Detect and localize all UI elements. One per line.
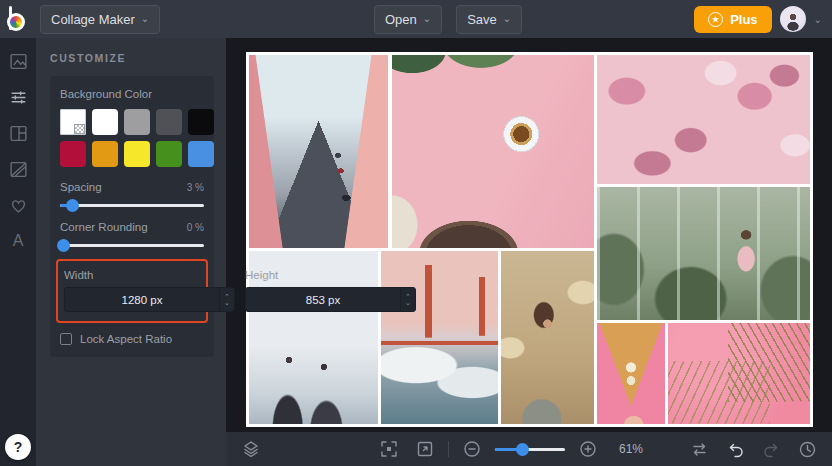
zoom-level-value: 61%: [619, 442, 651, 456]
step-down-icon[interactable]: ⌄: [405, 300, 411, 306]
corner-rounding-slider[interactable]: [60, 244, 204, 247]
zoom-out-button[interactable]: [459, 436, 485, 462]
height-field-group: Height ⌃ ⌄: [245, 269, 416, 312]
color-swatch-blue[interactable]: [188, 141, 214, 167]
collage-photo-palm[interactable]: [668, 323, 810, 424]
canvas-stage: 61%: [226, 38, 832, 466]
color-swatch-red[interactable]: [60, 141, 86, 167]
color-swatch-darkgray[interactable]: [156, 109, 182, 135]
corner-rounding-label: Corner Rounding: [60, 221, 148, 233]
spacing-label: Spacing: [60, 181, 102, 193]
save-button[interactable]: Save ⌄: [456, 5, 522, 34]
topbar-center: Open ⌄ Save ⌄: [374, 5, 522, 34]
undo-button[interactable]: [722, 436, 748, 462]
lock-aspect-checkbox[interactable]: [60, 333, 72, 345]
plus-upgrade-button[interactable]: ★ Plus: [694, 6, 771, 33]
color-swatch-green[interactable]: [156, 141, 182, 167]
topbar-right: ★ Plus ⌄: [694, 6, 822, 33]
toolbar-divider: [448, 441, 449, 457]
color-swatch-gray[interactable]: [124, 109, 150, 135]
fit-to-screen-button[interactable]: [376, 436, 402, 462]
zoom-slider-thumb[interactable]: [516, 443, 529, 456]
help-button[interactable]: ?: [5, 434, 31, 460]
dimensions-highlight-box: Width ⌃ ⌄ Height ⌃: [56, 259, 208, 323]
befunky-logo-icon[interactable]: [0, 0, 36, 38]
compare-before-after-button[interactable]: [686, 436, 712, 462]
graphics-heart-icon[interactable]: [5, 192, 31, 218]
chevron-down-icon: ⌄: [141, 16, 149, 22]
fullscreen-preview-button[interactable]: [412, 436, 438, 462]
chevron-down-icon: ⌄: [503, 16, 511, 22]
collage-photo-icecream[interactable]: [597, 323, 665, 424]
color-swatch-white[interactable]: [92, 109, 118, 135]
zoom-in-button[interactable]: [575, 436, 601, 462]
customize-icon[interactable]: [5, 84, 31, 110]
customize-panel: CUSTOMIZE Background Color Spacing 3 %: [36, 38, 226, 466]
width-field-group: Width ⌃ ⌄: [64, 269, 235, 312]
color-swatch-yellow[interactable]: [124, 141, 150, 167]
redo-button[interactable]: [758, 436, 784, 462]
color-swatch-custom[interactable]: [60, 109, 86, 135]
collage-canvas[interactable]: [246, 52, 813, 427]
color-swatch-orange[interactable]: [92, 141, 118, 167]
layers-icon[interactable]: [238, 436, 264, 462]
chevron-down-icon[interactable]: ⌄: [814, 14, 822, 25]
spacing-slider-thumb[interactable]: [66, 199, 79, 212]
history-clock-icon[interactable]: [794, 436, 820, 462]
zoom-slider[interactable]: [495, 448, 565, 451]
width-label: Width: [64, 269, 235, 281]
background-color-label: Background Color: [60, 88, 204, 100]
chevron-down-icon: ⌄: [423, 16, 431, 22]
panel-title: CUSTOMIZE: [50, 52, 214, 64]
width-input[interactable]: [65, 288, 219, 311]
collage-photo-portrait[interactable]: [501, 251, 594, 424]
layouts-icon[interactable]: [5, 120, 31, 146]
step-down-icon[interactable]: ⌄: [224, 300, 230, 306]
top-bar: Collage Maker ⌄ Open ⌄ Save ⌄ ★ Plus ⌄: [0, 0, 832, 38]
app-menu-label: Collage Maker: [51, 12, 135, 27]
lock-aspect-label: Lock Aspect Ratio: [80, 333, 172, 345]
customize-card: Background Color Spacing 3 %: [50, 76, 214, 357]
bottom-toolbar: 61%: [226, 432, 832, 466]
swatch-grid: [60, 109, 204, 167]
tool-rail: A ?: [0, 38, 36, 466]
corner-rounding-slider-thumb[interactable]: [57, 239, 70, 252]
app-window: Collage Maker ⌄ Open ⌄ Save ⌄ ★ Plus ⌄: [0, 0, 832, 466]
open-button[interactable]: Open ⌄: [374, 5, 442, 34]
width-stepper[interactable]: ⌃ ⌄: [219, 288, 234, 311]
height-input[interactable]: [246, 288, 400, 311]
background-icon[interactable]: [5, 156, 31, 182]
user-avatar[interactable]: [780, 6, 806, 32]
spacing-value: 3 %: [187, 182, 204, 193]
zoom-controls: 61%: [376, 436, 651, 462]
spacing-slider[interactable]: [60, 204, 204, 207]
collage-photo-street[interactable]: [249, 55, 388, 248]
color-swatch-black[interactable]: [188, 109, 214, 135]
text-tool-icon[interactable]: A: [5, 228, 31, 254]
height-stepper[interactable]: ⌃ ⌄: [400, 288, 415, 311]
image-manager-icon[interactable]: [5, 48, 31, 74]
history-controls: [686, 436, 820, 462]
height-label: Height: [245, 269, 416, 281]
collage-photo-greenhouse[interactable]: [597, 187, 810, 320]
collage-photo-coffee[interactable]: [392, 55, 594, 248]
app-menu-button[interactable]: Collage Maker ⌄: [40, 5, 160, 34]
star-icon: ★: [708, 12, 723, 27]
corner-rounding-value: 0 %: [187, 222, 204, 233]
collage-photo-flowers[interactable]: [597, 55, 810, 184]
